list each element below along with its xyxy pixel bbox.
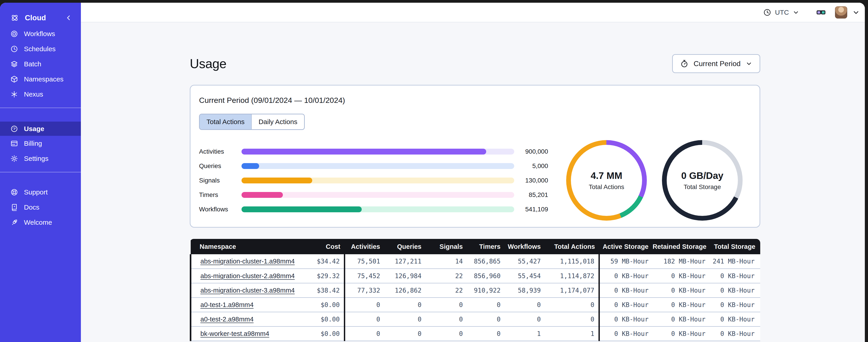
sidebar-collapse-icon[interactable] bbox=[65, 14, 72, 22]
table-row: abs-migration-cluster-1.a98mm4 $34.42 75… bbox=[191, 254, 761, 269]
sidebar-item-nexus[interactable]: Nexus bbox=[0, 87, 81, 102]
cell-queries: 0 bbox=[384, 327, 426, 341]
cell-total-storage: 0 KB-Hour bbox=[710, 283, 761, 298]
bar-activities: Activities 900,000 bbox=[199, 144, 548, 159]
sidebar-item-label: Batch bbox=[24, 60, 41, 68]
cell-queries: 0 bbox=[384, 298, 426, 312]
bar-value: 85,201 bbox=[514, 191, 548, 199]
sidebar-item-welcome[interactable]: Welcome bbox=[0, 215, 81, 230]
cell-queries: 127,211 bbox=[384, 254, 426, 269]
bar-fill bbox=[242, 149, 486, 155]
sidebar-item-schedules[interactable]: Schedules bbox=[0, 41, 81, 57]
sidebar-item-billing[interactable]: Billing bbox=[0, 136, 81, 151]
namespaces-cube-icon bbox=[10, 75, 18, 83]
donut-value: 0 GB/Day bbox=[681, 170, 723, 181]
column-header-namespace: Namespace bbox=[191, 239, 293, 254]
sidebar-item-docs[interactable]: Docs bbox=[0, 200, 81, 215]
cell-timers: 0 bbox=[467, 327, 505, 341]
cell-total-storage: 0 KB-Hour bbox=[710, 312, 761, 327]
cell-cost: $38.42 bbox=[293, 283, 344, 298]
cell-cost: $0.00 bbox=[293, 298, 344, 312]
cell-cost: $0.00 bbox=[293, 312, 344, 327]
period-selector-button[interactable]: Current Period bbox=[672, 54, 760, 73]
namespace-link[interactable]: abs-migration-cluster-1.a98mm4 bbox=[200, 258, 294, 265]
namespace-link[interactable]: a0-test-1.a98mm4 bbox=[200, 301, 253, 308]
sidebar-divider bbox=[0, 172, 81, 172]
welcome-rocket-icon bbox=[10, 218, 18, 226]
table-row: a0-test-1.a98mm4 $0.00 0 0 0 0 0 0 0 KB-… bbox=[191, 298, 761, 312]
cell-signals: 22 bbox=[426, 283, 467, 298]
cell-queries: 126,984 bbox=[384, 269, 426, 283]
cell-signals: 14 bbox=[426, 254, 467, 269]
cell-signals: 22 bbox=[426, 269, 467, 283]
sidebar-item-label: Schedules bbox=[24, 45, 56, 53]
content-area: Usage Current Period Current Period (09/… bbox=[81, 22, 865, 342]
tab-total-actions[interactable]: Total Actions bbox=[200, 114, 251, 129]
actions-tab-group: Total Actions Daily Actions bbox=[199, 114, 305, 130]
user-menu-chevron-icon[interactable] bbox=[852, 8, 860, 16]
sidebar-item-batch[interactable]: Batch bbox=[0, 57, 81, 71]
usage-card-title: Current Period (09/01/2024 — 10/01/2024) bbox=[199, 96, 760, 105]
table-row: abs-migration-cluster-3.a98mm4 $38.42 77… bbox=[191, 283, 761, 298]
actions-bar-chart: Activities 900,000 Queries bbox=[199, 144, 548, 216]
bar-label: Signals bbox=[199, 177, 242, 184]
cell-retained-storage: 182 MB-Hour bbox=[653, 254, 710, 269]
bar-label: Activities bbox=[199, 148, 242, 155]
sidebar-item-label: Welcome bbox=[24, 218, 52, 226]
app-window: Cloud Workflows Schedules Batch bbox=[0, 3, 865, 342]
cell-signals: 0 bbox=[426, 327, 467, 341]
sidebar-item-label: Nexus bbox=[24, 91, 43, 98]
bar-fill bbox=[242, 163, 259, 169]
cell-retained-storage: 0 KB-Hour bbox=[653, 327, 710, 341]
cell-active-storage: 59 MB-Hour bbox=[599, 254, 653, 269]
bar-timers: Timers 85,201 bbox=[199, 188, 548, 202]
table-row: a0-test-2.a98mm4 $0.00 0 0 0 0 0 0 0 KB-… bbox=[191, 312, 761, 327]
cell-workflows: 58,939 bbox=[505, 283, 545, 298]
bar-label: Workflows bbox=[199, 206, 242, 213]
sidebar-header-label: Cloud bbox=[25, 13, 46, 22]
sidebar-item-namespaces[interactable]: Namespaces bbox=[0, 71, 81, 87]
bar-signals: Signals 130,000 bbox=[199, 173, 548, 188]
labs-glasses-icon[interactable] bbox=[816, 7, 826, 18]
bar-value: 900,000 bbox=[514, 148, 548, 155]
column-header-queries: Queries bbox=[384, 239, 426, 254]
cell-total-actions: 1 bbox=[545, 327, 599, 341]
cell-active-storage: 0 KB-Hour bbox=[599, 269, 653, 283]
sidebar-item-settings[interactable]: Settings bbox=[0, 151, 81, 166]
cell-retained-storage: 0 KB-Hour bbox=[653, 312, 710, 327]
chevron-down-icon bbox=[793, 9, 799, 16]
page-title: Usage bbox=[190, 56, 226, 71]
namespace-link[interactable]: abs-migration-cluster-2.a98mm4 bbox=[200, 272, 294, 279]
cell-active-storage: 0 KB-Hour bbox=[599, 312, 653, 327]
column-header-cost: Cost bbox=[293, 239, 344, 254]
sidebar-item-workflows[interactable]: Workflows bbox=[0, 26, 81, 41]
donut-center: 0 GB/Day Total Storage bbox=[667, 145, 738, 216]
usage-summary-card: Current Period (09/01/2024 — 10/01/2024)… bbox=[190, 85, 760, 228]
cell-activities: 75,501 bbox=[344, 254, 384, 269]
stopwatch-icon bbox=[680, 59, 689, 68]
user-avatar[interactable] bbox=[835, 6, 847, 19]
total-actions-donut-chart: 4.7 MM Total Actions bbox=[566, 140, 647, 220]
cell-total-actions: 0 bbox=[545, 312, 599, 327]
namespace-link[interactable]: abs-migration-cluster-3.a98mm4 bbox=[200, 287, 294, 294]
workflows-icon bbox=[10, 30, 18, 38]
namespace-link[interactable]: a0-test-2.a98mm4 bbox=[200, 316, 253, 323]
cell-timers: 0 bbox=[467, 298, 505, 312]
bar-label: Timers bbox=[199, 191, 242, 199]
billing-card-icon bbox=[10, 140, 18, 147]
bar-label: Queries bbox=[199, 163, 242, 170]
namespace-link[interactable]: bk-worker-test.a98mm4 bbox=[200, 330, 269, 337]
period-selector-label: Current Period bbox=[693, 60, 741, 68]
sidebar-item-support[interactable]: Support bbox=[0, 184, 81, 200]
sidebar-item-usage[interactable]: Usage bbox=[0, 122, 81, 136]
table-row: abs-migration-cluster-2.a98mm4 $29.32 75… bbox=[191, 269, 761, 283]
bar-workflows: Workflows 541,109 bbox=[199, 202, 548, 216]
tab-daily-actions[interactable]: Daily Actions bbox=[251, 114, 304, 129]
cell-retained-storage: 0 KB-Hour bbox=[653, 269, 710, 283]
cell-activities: 75,452 bbox=[344, 269, 384, 283]
temporal-cloud-logo-icon bbox=[10, 13, 19, 22]
timezone-selector[interactable]: UTC bbox=[763, 8, 799, 16]
cell-queries: 0 bbox=[384, 312, 426, 327]
cell-cost: $29.32 bbox=[293, 269, 344, 283]
bar-track bbox=[242, 206, 514, 212]
